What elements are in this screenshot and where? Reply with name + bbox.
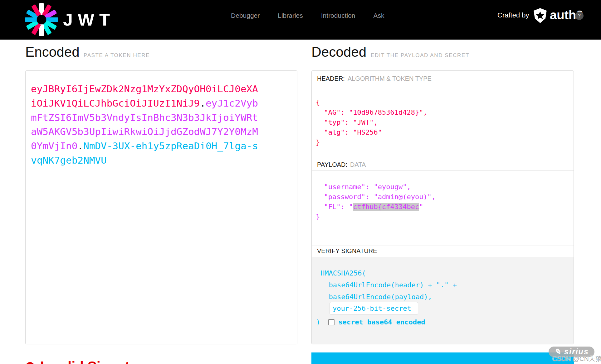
jwt-starburst-icon [24,2,59,37]
nav-link-libraries[interactable]: Libraries [278,12,303,19]
nav-link-introduction[interactable]: Introduction [321,12,355,19]
secret-input[interactable] [330,302,418,315]
decoded-title: Decoded [311,44,366,60]
payload-section-label: PAYLOAD:DATA [312,161,574,168]
help-icon[interactable]: ? [575,12,584,20]
secret-base64-checkbox[interactable] [328,319,335,325]
crafted-by-label: Crafted by [497,11,529,19]
encoded-token-editor[interactable]: eyJBRyI6IjEwZDk2Nzg1MzYxZDQyOH0iLCJ0eXAi… [25,70,297,344]
jwt-io-page: JWT Debugger Libraries Introduction Ask … [0,0,601,364]
hmac-line-2: base64UrlEncode(header) + "." + [320,281,457,289]
share-jwt-button[interactable] [311,352,574,364]
invalid-signature-text: Invalid Signature [40,359,151,364]
header-json-editor[interactable]: { "AG": "10d96785361d428}", "typ": "JWT"… [316,98,428,147]
verify-signature-area: HMACSHA256( base64UrlEncode(header) + ".… [312,257,574,344]
payload-sublabel: DATA [350,161,366,168]
token-dot-2: . [77,140,83,151]
jwt-token-text[interactable]: eyJBRyI6IjEwZDk2Nzg1MzYxZDQyOH0iLCJ0eXAi… [31,82,261,168]
auth0-shield-icon[interactable] [532,7,548,24]
hmac-line-3: base64UrlEncode(payload), [320,293,432,301]
navbar: JWT Debugger Libraries Introduction Ask … [0,0,601,40]
decoded-subtitle: EDIT THE PAYLOAD AND SECRET [371,52,469,59]
verify-signature-label: VERIFY SIGNATURE [317,247,377,254]
divider [312,170,574,171]
divider [312,84,574,84]
jwt-logo[interactable] [24,2,59,37]
encoded-title: Encoded [25,44,80,60]
hmac-line-1: HMACSHA256( [320,269,366,277]
payload-json-selected-text: ctfhub{cf4334bec [353,203,419,211]
verify-section-label: VERIFY SIGNATURE [312,247,574,255]
payload-label: PAYLOAD: [317,161,347,168]
nav-link-ask[interactable]: Ask [374,12,384,19]
invalid-signature-status: ⊗ Invalid Signature [24,358,151,364]
invalid-signature-icon: ⊗ [24,358,36,364]
divider [312,246,574,246]
header-section-label: HEADER:ALGORITHM & TOKEN TYPE [312,75,574,82]
token-dot-1: . [200,98,206,109]
header-sublabel: ALGORITHM & TOKEN TYPE [348,75,432,82]
encoded-subtitle: PASTE A TOKEN HERE [84,52,150,59]
secret-base64-label[interactable]: secret base64 encoded [338,318,425,326]
nav-link-debugger[interactable]: Debugger [231,12,260,19]
nav-links: Debugger Libraries Introduction Ask [231,0,384,31]
decoded-panel: HEADER:ALGORITHM & TOKEN TYPE { "AG": "1… [311,70,574,344]
payload-json-editor[interactable]: "username": "eyougw", "password": "admin… [316,182,436,222]
paren-row: ) secret base64 encoded [316,318,425,326]
watermark-credit: CSDN @CN天狼 [552,354,601,363]
close-paren: ) [316,318,320,326]
jwt-wordmark[interactable]: JWT [63,9,115,30]
divider [312,159,574,159]
header-label: HEADER: [317,75,345,82]
